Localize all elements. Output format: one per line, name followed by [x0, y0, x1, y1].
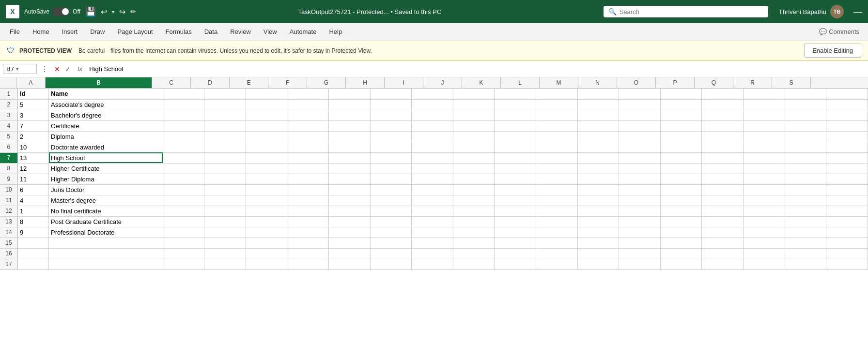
cell-i5[interactable] [412, 131, 453, 142]
cell-n11[interactable] [619, 195, 661, 206]
cell-f2[interactable] [287, 99, 329, 110]
cell-j4[interactable] [453, 120, 495, 131]
cell-k16[interactable] [495, 248, 536, 259]
cell-f6[interactable] [287, 142, 329, 152]
cell-f13[interactable] [287, 216, 329, 227]
cell-c14[interactable] [163, 227, 204, 238]
cell-b15[interactable] [49, 238, 163, 248]
cell-j10[interactable] [453, 184, 495, 195]
cell-q6[interactable] [744, 142, 785, 152]
cell-o17[interactable] [660, 259, 702, 269]
cell-d12[interactable] [204, 206, 246, 216]
cell-q7[interactable] [744, 152, 785, 163]
col-header-K[interactable]: K [462, 77, 501, 88]
cell-b6[interactable]: Doctorate awarded [49, 142, 163, 152]
cell-g9[interactable] [328, 174, 370, 184]
cell-l3[interactable] [536, 110, 578, 120]
menu-draw[interactable]: Draw [84, 26, 110, 37]
row-number[interactable]: 14 [0, 227, 17, 238]
cell-p13[interactable] [702, 216, 744, 227]
cell-r4[interactable] [785, 120, 826, 131]
cell-m8[interactable] [577, 163, 619, 174]
cell-n5[interactable] [619, 131, 661, 142]
row-number[interactable]: 15 [0, 238, 17, 248]
cell-o10[interactable] [660, 184, 702, 195]
cell-e12[interactable] [246, 206, 287, 216]
cell-b4[interactable]: Certificate [49, 120, 163, 131]
cell-s5[interactable] [826, 131, 868, 142]
menu-view[interactable]: View [258, 26, 283, 37]
cell-r9[interactable] [785, 174, 826, 184]
cell-b1[interactable]: Name [49, 89, 163, 99]
cell-b7[interactable]: High School [49, 152, 163, 163]
cell-n10[interactable] [619, 184, 661, 195]
cell-b8[interactable]: Higher Certificate [49, 163, 163, 174]
cell-c3[interactable] [163, 110, 204, 120]
cell-a9[interactable]: 11 [17, 174, 48, 184]
comments-button[interactable]: 💬 Comments [814, 26, 864, 37]
cell-b10[interactable]: Juris Doctor [49, 184, 163, 195]
cell-g10[interactable] [328, 184, 370, 195]
row-number[interactable]: 9 [0, 174, 17, 184]
cell-ref-dropdown[interactable]: ▾ [16, 66, 18, 72]
cell-k15[interactable] [495, 238, 536, 248]
cell-s2[interactable] [826, 99, 868, 110]
cell-i16[interactable] [412, 248, 453, 259]
cell-i10[interactable] [412, 184, 453, 195]
formula-input[interactable] [87, 64, 865, 74]
search-input[interactable] [620, 8, 763, 15]
cell-b13[interactable]: Post Graduate Certificate [49, 216, 163, 227]
cell-g7[interactable] [328, 152, 370, 163]
col-header-L[interactable]: L [501, 77, 540, 88]
cell-g11[interactable] [328, 195, 370, 206]
row-number[interactable]: 6 [0, 142, 17, 152]
cell-l16[interactable] [536, 248, 578, 259]
menu-file[interactable]: File [4, 26, 26, 37]
cell-a14[interactable]: 9 [17, 227, 48, 238]
cell-i15[interactable] [412, 238, 453, 248]
cell-f9[interactable] [287, 174, 329, 184]
cell-m5[interactable] [577, 131, 619, 142]
cell-l10[interactable] [536, 184, 578, 195]
cell-o5[interactable] [660, 131, 702, 142]
cell-m7[interactable] [577, 152, 619, 163]
cell-a4[interactable]: 7 [17, 120, 48, 131]
cell-d11[interactable] [204, 195, 246, 206]
cell-k9[interactable] [495, 174, 536, 184]
cell-j1[interactable] [453, 89, 495, 99]
col-header-E[interactable]: E [230, 77, 268, 88]
cell-i2[interactable] [412, 99, 453, 110]
cell-o9[interactable] [660, 174, 702, 184]
menu-page-layout[interactable]: Page Layout [112, 26, 159, 37]
cell-d1[interactable] [204, 89, 246, 99]
cell-g13[interactable] [328, 216, 370, 227]
cell-d13[interactable] [204, 216, 246, 227]
cell-c16[interactable] [163, 248, 204, 259]
cell-f14[interactable] [287, 227, 329, 238]
cell-l8[interactable] [536, 163, 578, 174]
cell-q8[interactable] [744, 163, 785, 174]
cell-i6[interactable] [412, 142, 453, 152]
cell-m1[interactable] [577, 89, 619, 99]
col-header-Q[interactable]: Q [695, 77, 733, 88]
cell-h1[interactable] [370, 89, 412, 99]
cell-i9[interactable] [412, 174, 453, 184]
cell-o6[interactable] [660, 142, 702, 152]
col-header-I[interactable]: I [385, 77, 423, 88]
cell-p17[interactable] [702, 259, 744, 269]
cell-l12[interactable] [536, 206, 578, 216]
cell-i13[interactable] [412, 216, 453, 227]
cell-c5[interactable] [163, 131, 204, 142]
cell-q5[interactable] [744, 131, 785, 142]
cell-e2[interactable] [246, 99, 287, 110]
row-number[interactable]: 5 [0, 131, 17, 142]
cell-c17[interactable] [163, 259, 204, 269]
cell-g16[interactable] [328, 248, 370, 259]
cell-j5[interactable] [453, 131, 495, 142]
cell-m10[interactable] [577, 184, 619, 195]
cancel-formula-icon[interactable]: ✕ [52, 64, 62, 74]
cell-i14[interactable] [412, 227, 453, 238]
col-header-O[interactable]: O [617, 77, 656, 88]
cell-r10[interactable] [785, 184, 826, 195]
cell-g3[interactable] [328, 110, 370, 120]
